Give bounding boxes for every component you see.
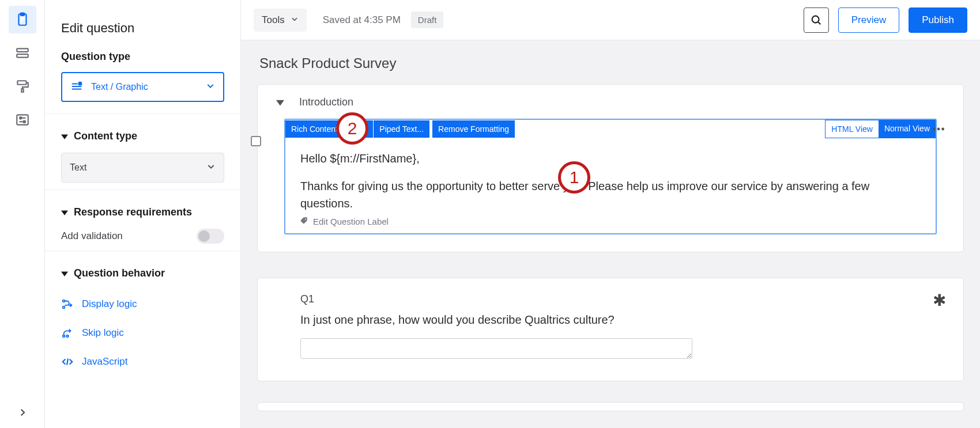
saved-status: Saved at 4:35 PM — [323, 14, 401, 26]
chevron-right-icon — [17, 407, 28, 418]
draft-badge: Draft — [411, 12, 444, 28]
svg-rect-17 — [79, 82, 82, 85]
caret-down-icon — [61, 270, 68, 277]
more-horizontal-icon — [931, 122, 946, 137]
question-editor: Rich Content Editor... Piped Text... Rem… — [284, 119, 937, 234]
content-type-header[interactable]: Content type — [61, 130, 224, 142]
intro-line-2: Thanks for giving us the opportunity to … — [300, 177, 921, 212]
question-card-q1[interactable]: ✱ Q1 In just one phrase, how would you d… — [257, 278, 964, 381]
caret-down-icon — [61, 133, 68, 140]
svg-rect-7 — [17, 81, 26, 85]
question-type-label: Question type — [61, 51, 224, 63]
svg-point-11 — [20, 117, 21, 119]
svg-point-22 — [63, 306, 65, 309]
html-view-button[interactable]: HTML View — [825, 120, 879, 138]
topbar: Tools Saved at 4:35 PM Draft Preview Pub… — [241, 0, 980, 40]
add-validation-label: Add validation — [61, 230, 123, 242]
svg-point-26 — [812, 16, 819, 22]
display-logic-label: Display logic — [82, 298, 137, 310]
required-star-icon: ✱ — [933, 291, 946, 310]
search-button[interactable] — [804, 7, 829, 33]
question-actions-menu[interactable] — [931, 122, 946, 139]
svg-point-30 — [933, 128, 936, 131]
svg-point-21 — [63, 300, 65, 302]
text-graphic-icon — [70, 81, 83, 93]
display-logic-icon — [61, 298, 74, 310]
rich-content-editor-button[interactable]: Rich Content Editor... — [285, 120, 374, 138]
content-type-label: Content type — [74, 130, 137, 142]
sliders-icon — [15, 112, 30, 127]
svg-point-24 — [66, 335, 69, 338]
chevron-down-icon — [291, 14, 299, 26]
svg-rect-8 — [21, 89, 23, 92]
rail-item-survey[interactable] — [9, 6, 36, 33]
content-type-select[interactable]: Text — [61, 153, 224, 183]
panel-title: Edit question — [61, 21, 224, 36]
skip-logic-button[interactable]: Skip logic — [61, 319, 224, 347]
question-number: Q1 — [300, 293, 944, 305]
question-text: In just one phrase, how would you descri… — [300, 313, 944, 327]
rail-item-flow[interactable] — [9, 39, 36, 67]
svg-point-31 — [937, 128, 940, 131]
skip-logic-icon — [61, 327, 74, 339]
skip-logic-label: Skip logic — [82, 327, 124, 339]
remove-formatting-button[interactable]: Remove Formatting — [432, 120, 515, 138]
svg-point-23 — [63, 335, 65, 338]
content-type-value: Text — [70, 162, 86, 173]
response-requirements-header[interactable]: Response requirements — [61, 206, 224, 218]
svg-marker-28 — [276, 100, 284, 105]
editor-toolbar: Rich Content Editor... Piped Text... Rem… — [285, 120, 936, 138]
tag-icon — [300, 217, 308, 226]
svg-marker-18 — [61, 134, 68, 139]
piped-text-button[interactable]: Piped Text... — [374, 120, 430, 138]
clipboard-icon — [15, 12, 30, 27]
question-behavior-header[interactable]: Question behavior — [61, 267, 224, 279]
normal-view-button[interactable]: Normal View — [879, 120, 936, 138]
svg-point-29 — [305, 219, 306, 220]
edit-question-panel: Edit question Question type Text / Graph… — [45, 0, 241, 428]
response-requirements-label: Response requirements — [74, 206, 192, 218]
add-validation-toggle[interactable] — [197, 229, 224, 244]
intro-line-1: Hello ${m://FirstName}, — [300, 150, 921, 167]
left-icon-rail — [0, 0, 45, 428]
javascript-button[interactable]: JavaScript — [61, 347, 224, 376]
svg-rect-1 — [20, 13, 24, 16]
code-icon — [61, 355, 74, 368]
rail-item-options[interactable] — [9, 106, 36, 134]
next-block-peek — [257, 402, 964, 411]
question-type-select[interactable]: Text / Graphic — [61, 72, 224, 102]
question-select-checkbox[interactable] — [251, 136, 261, 146]
display-logic-button[interactable]: Display logic — [61, 290, 224, 319]
survey-title: Snack Product Survey — [259, 55, 964, 71]
rows-icon — [15, 46, 30, 60]
publish-button[interactable]: Publish — [909, 7, 967, 33]
preview-button[interactable]: Preview — [838, 7, 899, 33]
block-collapse-toggle[interactable] — [276, 99, 284, 107]
tools-menu-button[interactable]: Tools — [254, 9, 307, 32]
svg-line-25 — [67, 359, 68, 365]
chevron-down-icon — [206, 81, 215, 93]
rail-item-look[interactable] — [9, 73, 36, 100]
main-area: Tools Saved at 4:35 PM Draft Preview Pub… — [241, 0, 980, 428]
chevron-down-icon — [206, 162, 216, 173]
svg-point-32 — [941, 128, 944, 131]
svg-marker-19 — [61, 210, 68, 215]
svg-rect-6 — [17, 54, 28, 57]
question-type-value: Text / Graphic — [91, 82, 148, 92]
svg-line-27 — [818, 21, 820, 24]
edit-question-label-button[interactable]: Edit Question Label — [285, 215, 936, 226]
rail-expand-button[interactable] — [0, 407, 45, 418]
svg-rect-9 — [17, 115, 28, 124]
caret-down-icon — [61, 209, 68, 216]
svg-marker-20 — [61, 271, 68, 276]
q1-response-input[interactable] — [300, 338, 692, 359]
block-card-introduction: Introduction Rich Content Editor... Pipe… — [257, 84, 964, 252]
block-name[interactable]: Introduction — [299, 96, 353, 108]
javascript-label: JavaScript — [82, 356, 127, 368]
survey-canvas: Snack Product Survey Introduction Rich C… — [241, 40, 980, 428]
search-icon — [810, 14, 823, 26]
svg-point-13 — [23, 121, 25, 123]
tools-label: Tools — [262, 14, 285, 26]
svg-rect-5 — [17, 48, 28, 51]
question-text-editor[interactable]: Hello ${m://FirstName}, Thanks for givin… — [285, 138, 936, 215]
